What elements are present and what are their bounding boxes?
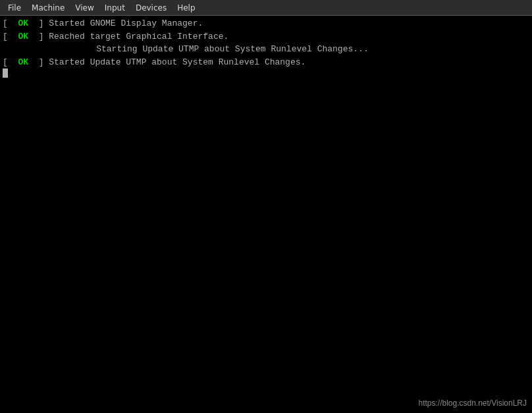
line-message-1: Started GNOME Display Manager.	[43, 17, 203, 30]
terminal-area: [ OK ] Started GNOME Display Manager. [ …	[0, 16, 532, 413]
menu-input[interactable]: Input	[99, 2, 130, 14]
menu-machine[interactable]: Machine	[26, 2, 70, 14]
ok-status-1: OK	[8, 17, 39, 30]
menu-help[interactable]: Help	[172, 2, 200, 14]
terminal-cursor-line	[3, 69, 529, 78]
menu-view[interactable]: View	[70, 2, 99, 14]
menu-file[interactable]: File	[3, 2, 26, 14]
terminal-line-3: Starting Update UTMP about System Runlev…	[3, 43, 529, 56]
line-message-4: Started Update UTMP about System Runleve…	[43, 56, 306, 69]
bracket-close-1: ]	[39, 17, 44, 30]
cursor	[3, 69, 8, 78]
line-message-3: Starting Update UTMP about System Runlev…	[3, 43, 529, 56]
terminal-line-2: [ OK ] Reached target Graphical Interfac…	[3, 30, 529, 43]
bracket-open-1: [	[3, 17, 8, 30]
bracket-open-2: [	[3, 30, 8, 43]
ok-status-2: OK	[8, 30, 39, 43]
line-message-2: Reached target Graphical Interface.	[43, 30, 228, 43]
terminal-line-4: [ OK ] Started Update UTMP about System …	[3, 56, 529, 69]
menu-devices[interactable]: Devices	[130, 2, 172, 14]
bracket-close-2: ]	[39, 30, 44, 43]
watermark: https://blog.csdn.net/VisionLRJ	[418, 399, 527, 408]
terminal-line-1: [ OK ] Started GNOME Display Manager.	[3, 17, 529, 30]
bracket-close-4: ]	[39, 56, 44, 69]
ok-status-4: OK	[8, 56, 39, 69]
menu-bar: File Machine View Input Devices Help	[0, 0, 532, 16]
bracket-open-4: [	[3, 56, 8, 69]
